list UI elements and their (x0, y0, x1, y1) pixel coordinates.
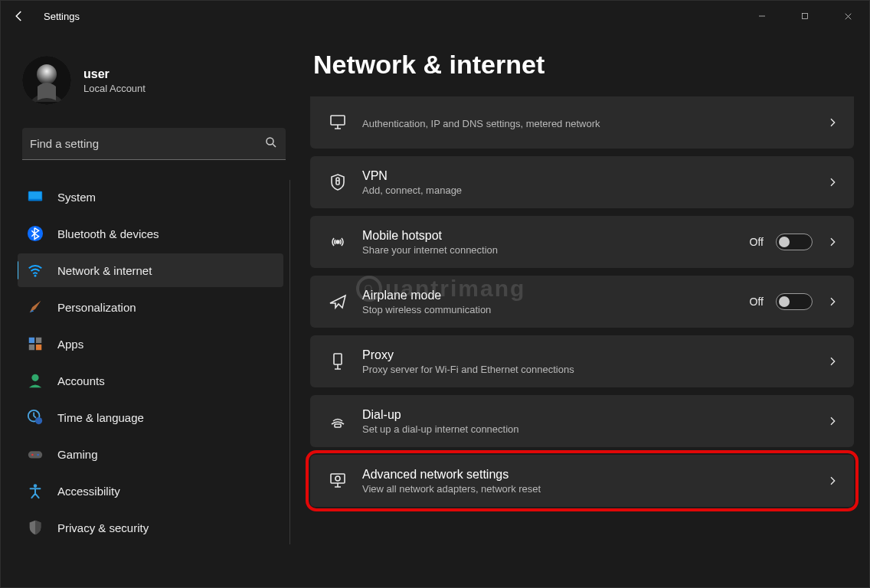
card-ethernet[interactable]: Authentication, IP and DNS settings, met… (310, 96, 854, 149)
card-title: VPN (362, 169, 825, 183)
sidebar-item-label: Network & internet (57, 264, 152, 277)
maximize-button[interactable] (783, 1, 826, 31)
card-title: Advanced network settings (362, 468, 825, 482)
toggle-state-label: Off (750, 236, 764, 248)
sidebar-item-label: Accessibility (57, 485, 120, 498)
user-subtitle: Local Account (83, 83, 146, 94)
sidebar-item-system[interactable]: System (18, 180, 283, 214)
svg-rect-9 (36, 338, 41, 343)
svg-rect-15 (28, 451, 42, 458)
sidebar-item-label: Time & language (57, 411, 144, 424)
dialup-icon (324, 412, 352, 430)
svg-point-12 (31, 374, 38, 381)
sidebar-item-bluetooth[interactable]: Bluetooth & devices (18, 217, 283, 250)
chevron-right-icon (825, 234, 840, 250)
card-mobile-hotspot[interactable]: Mobile hotspot Share your internet conne… (310, 216, 854, 268)
sidebar-item-accounts[interactable]: Accounts (18, 364, 283, 397)
svg-point-7 (34, 275, 37, 277)
card-vpn[interactable]: VPN Add, connect, manage (310, 156, 854, 208)
hotspot-icon (324, 233, 352, 251)
search-field[interactable] (22, 128, 286, 160)
svg-rect-0 (803, 14, 808, 19)
sidebar-item-privacy[interactable]: Privacy & security (18, 511, 283, 544)
paintbrush-icon (27, 299, 44, 315)
card-dialup[interactable]: Dial-up Set up a dial-up internet connec… (310, 395, 854, 447)
sidebar-item-network[interactable]: Network & internet (18, 253, 283, 287)
sidebar-item-personalization[interactable]: Personalization (18, 290, 283, 324)
svg-point-17 (37, 454, 39, 456)
card-proxy[interactable]: Proxy Proxy server for Wi-Fi and Etherne… (310, 335, 854, 387)
app-title: Settings (44, 11, 80, 22)
sidebar-item-gaming[interactable]: Gaming (18, 437, 283, 471)
svg-rect-10 (29, 345, 34, 350)
vpn-shield-icon (324, 173, 352, 191)
chevron-right-icon (825, 175, 840, 190)
wifi-icon (27, 262, 44, 279)
svg-rect-23 (335, 424, 341, 427)
search-input[interactable] (30, 137, 264, 150)
close-button[interactable] (826, 1, 869, 31)
ethernet-icon (324, 113, 352, 132)
titlebar: Settings (1, 1, 869, 31)
settings-card-list: Authentication, IP and DNS settings, met… (310, 96, 854, 507)
card-subtitle: Proxy server for Wi-Fi and Ethernet conn… (362, 364, 825, 375)
airplane-toggle[interactable] (776, 293, 813, 310)
accounts-icon (27, 372, 44, 389)
card-subtitle: Set up a dial-up internet connection (362, 423, 825, 435)
svg-point-3 (267, 138, 273, 145)
svg-point-25 (335, 476, 340, 481)
chevron-right-icon (825, 294, 840, 309)
svg-point-16 (31, 454, 34, 456)
user-block[interactable]: user Local Account (18, 45, 290, 120)
sidebar-item-label: Accounts (57, 374, 105, 387)
card-subtitle: View all network adapters, network reset (362, 483, 825, 495)
sidebar-item-label: System (57, 191, 96, 204)
svg-rect-11 (36, 345, 41, 350)
card-subtitle: Authentication, IP and DNS settings, met… (362, 118, 825, 129)
sidebar-item-accessibility[interactable]: Accessibility (18, 474, 283, 508)
avatar (22, 56, 71, 105)
main-panel: Network & internet Authentication, IP an… (299, 31, 869, 587)
clock-globe-icon (27, 409, 44, 426)
card-airplane-mode[interactable]: Airplane mode Stop wireless communicatio… (310, 276, 854, 328)
sidebar-item-label: Gaming (57, 448, 98, 461)
page-title: Network & internet (313, 50, 854, 80)
sidebar-item-label: Privacy & security (57, 521, 149, 534)
bluetooth-icon (27, 225, 44, 242)
back-button[interactable] (8, 5, 30, 27)
window-controls (741, 1, 869, 31)
svg-point-21 (336, 240, 339, 243)
svg-point-14 (35, 417, 42, 424)
svg-rect-8 (29, 338, 34, 343)
sidebar-item-label: Apps (57, 338, 83, 351)
svg-rect-24 (331, 474, 345, 483)
svg-rect-19 (331, 116, 345, 125)
toggle-state-label: Off (750, 296, 764, 308)
settings-window: Settings (0, 0, 870, 588)
svg-rect-22 (334, 354, 342, 364)
user-name: user (83, 67, 146, 81)
card-title: Airplane mode (362, 289, 750, 302)
hotspot-toggle[interactable] (776, 234, 813, 250)
chevron-right-icon (825, 473, 840, 488)
svg-rect-5 (29, 192, 42, 199)
chevron-right-icon (825, 413, 840, 429)
svg-rect-20 (336, 181, 339, 185)
sidebar-item-apps[interactable]: Apps (18, 327, 283, 361)
minimize-button[interactable] (741, 1, 783, 31)
sidebar-item-time-language[interactable]: Time & language (18, 400, 283, 434)
card-subtitle: Share your internet connection (362, 244, 750, 256)
card-title: Dial-up (362, 408, 825, 422)
airplane-icon (324, 292, 352, 311)
proxy-icon (324, 352, 352, 371)
card-advanced-network-settings[interactable]: Advanced network settings View all netwo… (310, 455, 854, 507)
search-icon (264, 136, 278, 152)
card-title: Proxy (362, 348, 825, 362)
svg-point-2 (37, 64, 57, 84)
sidebar-item-label: Personalization (57, 301, 136, 314)
sidebar-item-label: Bluetooth & devices (57, 227, 159, 240)
accessibility-icon (27, 482, 44, 499)
chevron-right-icon (825, 115, 840, 130)
network-monitor-icon (324, 472, 352, 490)
svg-point-18 (34, 484, 38, 488)
